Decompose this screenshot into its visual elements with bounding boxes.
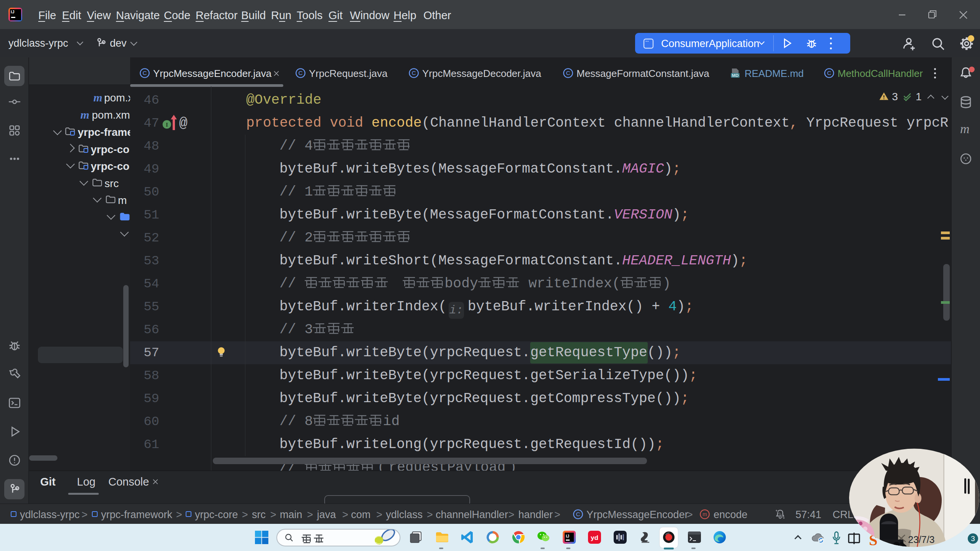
svg-text:yd: yd bbox=[591, 534, 598, 541]
svg-text:m: m bbox=[702, 511, 707, 517]
svg-text:IJ: IJ bbox=[566, 534, 569, 538]
svg-text:I: I bbox=[166, 121, 168, 128]
svg-text:C: C bbox=[576, 511, 580, 517]
